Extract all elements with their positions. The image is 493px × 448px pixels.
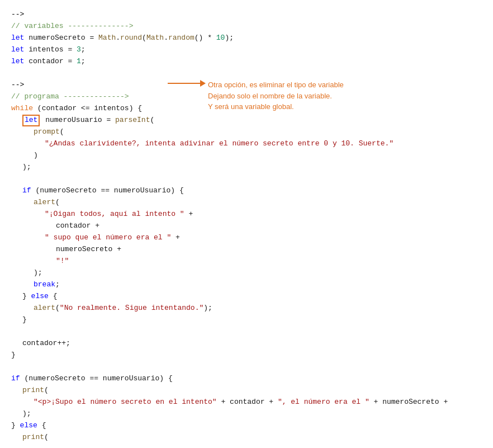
semicolon: ; bbox=[81, 56, 86, 68]
var-contador5: contador bbox=[230, 397, 264, 408]
code-line-paren: ) bbox=[11, 150, 482, 162]
plus5: + bbox=[221, 397, 230, 408]
code-line-print: print( bbox=[11, 385, 482, 397]
code-line-alert: alert( bbox=[11, 197, 482, 209]
close-alert: ); bbox=[34, 267, 42, 279]
code-line-str2: " supo que el número era el " + bbox=[11, 232, 482, 244]
code-line-else: } else { bbox=[11, 291, 482, 303]
paren-print2: ( bbox=[44, 432, 49, 444]
brace: ) { bbox=[170, 185, 183, 197]
code-line-print2: print( bbox=[11, 432, 482, 444]
var-ns3: numeroSecreto bbox=[29, 373, 85, 385]
comment-programa: // programa --------------> bbox=[11, 91, 129, 103]
code-line: let intentos = 3; bbox=[11, 44, 482, 56]
code-line-else2: } else { bbox=[11, 420, 482, 432]
code-line-str1: "¡Oigan todos, aquí al intento " + bbox=[11, 209, 482, 220]
func-alert: alert bbox=[34, 197, 55, 209]
code-line-print-str: "<p>¡Supo el número secreto en el intent… bbox=[11, 397, 482, 408]
code-line-break: break; bbox=[11, 279, 482, 291]
func-parseint: parseInt bbox=[115, 115, 150, 126]
code-line-ns2: numeroSecreto + bbox=[11, 244, 482, 256]
paren2: ( bbox=[55, 303, 60, 314]
keyword-let: let bbox=[11, 44, 29, 56]
plus2: + bbox=[95, 220, 99, 232]
code-line-semi: ); bbox=[11, 162, 482, 173]
var-name: numeroSecreto bbox=[29, 32, 89, 44]
brace-close2: } bbox=[11, 420, 20, 432]
blank-line bbox=[11, 68, 482, 79]
code-line-let: let numeroUsuario = parseInt( bbox=[11, 115, 482, 126]
arrow-line bbox=[168, 83, 201, 84]
var-ns: numeroSecreto bbox=[40, 185, 96, 197]
number-1: 1 bbox=[77, 56, 81, 68]
keyword-let-box: let bbox=[25, 116, 37, 124]
string-prompt: "¿Andas clarividente?, intenta adivinar … bbox=[45, 138, 394, 150]
paren-open: ( bbox=[150, 115, 154, 126]
parens: () * bbox=[195, 32, 216, 44]
annotation-line1: Otra opción, es eliminar el tipo de vari… bbox=[208, 81, 344, 89]
code-editor: --> // variables --------------> let num… bbox=[0, 0, 493, 448]
string-1: "¡Oigan todos, aquí al intento " bbox=[45, 209, 188, 220]
blank-line bbox=[11, 361, 482, 373]
dot: . bbox=[116, 32, 120, 44]
plus8: + bbox=[439, 397, 448, 408]
plus7: + bbox=[374, 397, 383, 408]
func-print2: print bbox=[22, 432, 44, 444]
space bbox=[41, 115, 45, 126]
string-no: "No realmente. Sigue intentando." bbox=[60, 303, 203, 314]
blank-line bbox=[11, 173, 482, 185]
paren: ( bbox=[55, 197, 60, 209]
code-line-brace: } bbox=[11, 314, 482, 326]
brace-open: ) { bbox=[129, 103, 142, 115]
math-obj2: Math bbox=[146, 32, 164, 44]
var-contador: contador bbox=[29, 56, 68, 68]
number: 10 bbox=[216, 32, 225, 44]
equals: = bbox=[68, 44, 77, 56]
annotation-text: Otra opción, es eliminar el tipo de vari… bbox=[208, 79, 344, 112]
code-line-alert2: alert("No realmente. Sigue intentando.")… bbox=[11, 303, 482, 314]
keyword-while: while bbox=[11, 103, 37, 115]
annotation-line2: Dejando solo el nombre de la variable. bbox=[208, 92, 332, 100]
code-line: let numeroSecreto = Math.round(Math.rand… bbox=[11, 32, 482, 44]
code-line-if2: if (numeroSecreto == numeroUsuario) { bbox=[11, 373, 482, 385]
code-line-if: if (numeroSecreto == numeroUsuario) { bbox=[11, 185, 482, 197]
keyword-let: let bbox=[11, 56, 29, 68]
brace-open2: { bbox=[53, 291, 58, 303]
code-line-increment: contador++; bbox=[11, 338, 482, 350]
close-print: ); bbox=[22, 408, 31, 420]
math-obj: Math bbox=[98, 32, 116, 44]
var-nu: numeroUsuario bbox=[114, 185, 170, 197]
func-random: random bbox=[168, 32, 195, 44]
end: ); bbox=[225, 32, 234, 44]
code-line-print-end: ); bbox=[11, 408, 482, 420]
string-2: " supo que el número era el " bbox=[45, 232, 176, 244]
eq2: == bbox=[86, 373, 103, 385]
func-alert2: alert bbox=[34, 303, 55, 314]
keyword-let: let bbox=[11, 32, 29, 44]
semicolon: ; bbox=[81, 44, 86, 56]
func-round: round bbox=[120, 32, 142, 44]
plus4: + bbox=[117, 244, 121, 256]
code-line-alert-end: ); bbox=[11, 267, 482, 279]
code-line-while-end: } bbox=[11, 350, 482, 361]
operator-lte: <= bbox=[77, 103, 94, 115]
code-line-string: "¿Andas clarividente?, intenta adivinar … bbox=[11, 138, 482, 150]
paren: ( bbox=[60, 126, 64, 138]
code-line-prompt: prompt( bbox=[11, 126, 482, 138]
code-line: let contador = 1; bbox=[11, 56, 482, 68]
keyword-break: break bbox=[34, 279, 55, 291]
keyword-else2: else bbox=[20, 420, 42, 432]
blank-line bbox=[11, 326, 482, 338]
while-cond: ( bbox=[37, 103, 42, 115]
operator: = bbox=[89, 32, 98, 44]
var-ns4: numeroSecreto bbox=[382, 397, 439, 408]
comment: // variables --------------> bbox=[11, 21, 133, 32]
paren-print: ( bbox=[44, 385, 49, 397]
code-line-str3: "!" bbox=[11, 256, 482, 267]
let-boxed: let bbox=[22, 115, 40, 126]
keyword-else: else bbox=[31, 291, 53, 303]
paren: ( bbox=[142, 32, 146, 44]
string-comma: ", el número era el " bbox=[278, 397, 374, 408]
string-print: "<p>¡Supo el número secreto en el intent… bbox=[34, 397, 221, 408]
code-line-contador: contador + bbox=[11, 220, 482, 232]
